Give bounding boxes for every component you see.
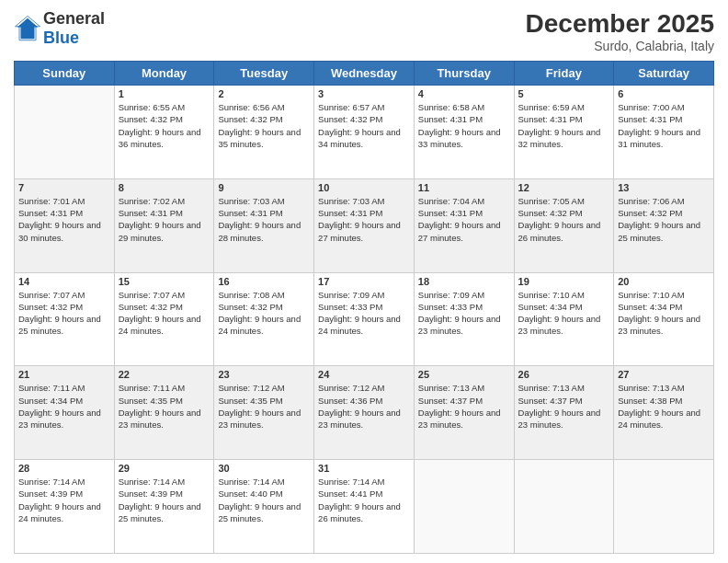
table-row: 21Sunrise: 7:11 AMSunset: 4:34 PMDayligh…	[15, 366, 115, 460]
day-info: Sunrise: 7:12 AMSunset: 4:35 PMDaylight:…	[218, 382, 310, 431]
day-number: 9	[218, 182, 310, 193]
day-number: 8	[119, 182, 210, 193]
table-row: 31Sunrise: 7:14 AMSunset: 4:41 PMDayligh…	[314, 460, 415, 554]
day-info: Sunrise: 7:06 AMSunset: 4:32 PMDaylight:…	[618, 195, 710, 244]
day-number: 3	[318, 88, 410, 99]
table-row: 28Sunrise: 7:14 AMSunset: 4:39 PMDayligh…	[15, 460, 115, 554]
day-info: Sunrise: 7:03 AMSunset: 4:31 PMDaylight:…	[218, 195, 310, 244]
table-row: 14Sunrise: 7:07 AMSunset: 4:32 PMDayligh…	[15, 272, 115, 366]
logo-blue-text: Blue	[43, 29, 79, 47]
table-row: 10Sunrise: 7:03 AMSunset: 4:31 PMDayligh…	[314, 178, 415, 272]
day-number: 14	[18, 276, 110, 287]
day-number: 15	[119, 276, 210, 287]
col-monday: Monday	[114, 62, 214, 86]
day-number: 29	[119, 463, 210, 474]
table-row: 12Sunrise: 7:05 AMSunset: 4:32 PMDayligh…	[514, 178, 614, 272]
table-row: 1Sunrise: 6:55 AMSunset: 4:32 PMDaylight…	[114, 86, 214, 179]
day-number: 5	[518, 88, 610, 99]
day-info: Sunrise: 7:10 AMSunset: 4:34 PMDaylight:…	[518, 289, 610, 338]
table-row: 29Sunrise: 7:14 AMSunset: 4:39 PMDayligh…	[114, 460, 214, 554]
table-row: 5Sunrise: 6:59 AMSunset: 4:31 PMDaylight…	[514, 86, 614, 179]
day-info: Sunrise: 7:13 AMSunset: 4:37 PMDaylight:…	[518, 382, 610, 431]
day-number: 2	[218, 88, 310, 99]
day-number: 25	[418, 369, 510, 380]
day-number: 10	[318, 182, 410, 193]
table-row: 6Sunrise: 7:00 AMSunset: 4:31 PMDaylight…	[614, 86, 714, 179]
page: General Blue December 2025 Surdo, Calabr…	[0, 0, 728, 563]
logo-icon	[14, 15, 41, 42]
logo-general-text: General	[43, 9, 105, 28]
day-number: 24	[318, 369, 410, 380]
day-info: Sunrise: 7:03 AMSunset: 4:31 PMDaylight:…	[318, 195, 410, 244]
table-row: 8Sunrise: 7:02 AMSunset: 4:31 PMDaylight…	[114, 178, 214, 272]
day-info: Sunrise: 7:09 AMSunset: 4:33 PMDaylight:…	[418, 289, 510, 338]
day-number: 26	[518, 369, 610, 380]
table-row: 19Sunrise: 7:10 AMSunset: 4:34 PMDayligh…	[514, 272, 614, 366]
day-number: 20	[618, 276, 710, 287]
table-row: 20Sunrise: 7:10 AMSunset: 4:34 PMDayligh…	[614, 272, 714, 366]
month-title: December 2025	[526, 9, 714, 39]
day-number: 11	[418, 182, 510, 193]
day-info: Sunrise: 6:59 AMSunset: 4:31 PMDaylight:…	[518, 101, 610, 150]
table-row: 23Sunrise: 7:12 AMSunset: 4:35 PMDayligh…	[214, 366, 314, 460]
table-row: 27Sunrise: 7:13 AMSunset: 4:38 PMDayligh…	[614, 366, 714, 460]
day-number: 17	[318, 276, 410, 287]
table-row: 22Sunrise: 7:11 AMSunset: 4:35 PMDayligh…	[114, 366, 214, 460]
day-info: Sunrise: 7:00 AMSunset: 4:31 PMDaylight:…	[618, 101, 710, 150]
day-info: Sunrise: 7:11 AMSunset: 4:34 PMDaylight:…	[18, 382, 110, 431]
table-row: 26Sunrise: 7:13 AMSunset: 4:37 PMDayligh…	[514, 366, 614, 460]
subtitle: Surdo, Calabria, Italy	[526, 39, 714, 53]
col-saturday: Saturday	[614, 62, 714, 86]
day-number: 4	[418, 88, 510, 99]
day-number: 30	[218, 463, 310, 474]
day-info: Sunrise: 7:14 AMSunset: 4:39 PMDaylight:…	[18, 476, 110, 524]
col-friday: Friday	[514, 62, 614, 86]
day-number: 18	[418, 276, 510, 287]
day-info: Sunrise: 6:57 AMSunset: 4:32 PMDaylight:…	[318, 101, 410, 150]
table-row	[614, 460, 714, 554]
day-info: Sunrise: 7:12 AMSunset: 4:36 PMDaylight:…	[318, 382, 410, 431]
day-info: Sunrise: 7:11 AMSunset: 4:35 PMDaylight:…	[119, 382, 210, 431]
day-info: Sunrise: 7:05 AMSunset: 4:32 PMDaylight:…	[518, 195, 610, 244]
table-row: 2Sunrise: 6:56 AMSunset: 4:32 PMDaylight…	[214, 86, 314, 179]
calendar-week-row: 7Sunrise: 7:01 AMSunset: 4:31 PMDaylight…	[15, 178, 714, 272]
svg-marker-0	[17, 18, 39, 40]
col-sunday: Sunday	[15, 62, 115, 86]
table-row: 16Sunrise: 7:08 AMSunset: 4:32 PMDayligh…	[214, 272, 314, 366]
day-number: 19	[518, 276, 610, 287]
day-info: Sunrise: 7:14 AMSunset: 4:39 PMDaylight:…	[119, 476, 210, 524]
day-number: 21	[18, 369, 110, 380]
day-number: 12	[518, 182, 610, 193]
day-info: Sunrise: 7:07 AMSunset: 4:32 PMDaylight:…	[18, 289, 110, 338]
header-row: Sunday Monday Tuesday Wednesday Thursday…	[15, 62, 714, 86]
table-row: 18Sunrise: 7:09 AMSunset: 4:33 PMDayligh…	[414, 272, 514, 366]
day-info: Sunrise: 7:01 AMSunset: 4:31 PMDaylight:…	[18, 195, 110, 244]
table-row: 11Sunrise: 7:04 AMSunset: 4:31 PMDayligh…	[414, 178, 514, 272]
col-tuesday: Tuesday	[214, 62, 314, 86]
day-number: 6	[618, 88, 710, 99]
table-row	[514, 460, 614, 554]
table-row: 30Sunrise: 7:14 AMSunset: 4:40 PMDayligh…	[214, 460, 314, 554]
day-info: Sunrise: 6:58 AMSunset: 4:31 PMDaylight:…	[418, 101, 510, 150]
table-row: 7Sunrise: 7:01 AMSunset: 4:31 PMDaylight…	[15, 178, 115, 272]
table-row: 17Sunrise: 7:09 AMSunset: 4:33 PMDayligh…	[314, 272, 415, 366]
table-row	[414, 460, 514, 554]
table-row: 15Sunrise: 7:07 AMSunset: 4:32 PMDayligh…	[114, 272, 214, 366]
day-info: Sunrise: 7:14 AMSunset: 4:41 PMDaylight:…	[318, 476, 410, 524]
table-row: 4Sunrise: 6:58 AMSunset: 4:31 PMDaylight…	[414, 86, 514, 179]
day-info: Sunrise: 6:56 AMSunset: 4:32 PMDaylight:…	[218, 101, 310, 150]
calendar-week-row: 1Sunrise: 6:55 AMSunset: 4:32 PMDaylight…	[15, 86, 714, 179]
day-number: 1	[119, 88, 210, 99]
day-number: 27	[618, 369, 710, 380]
day-info: Sunrise: 7:10 AMSunset: 4:34 PMDaylight:…	[618, 289, 710, 338]
day-info: Sunrise: 7:04 AMSunset: 4:31 PMDaylight:…	[418, 195, 510, 244]
table-row: 24Sunrise: 7:12 AMSunset: 4:36 PMDayligh…	[314, 366, 415, 460]
day-info: Sunrise: 7:13 AMSunset: 4:37 PMDaylight:…	[418, 382, 510, 431]
table-row: 3Sunrise: 6:57 AMSunset: 4:32 PMDaylight…	[314, 86, 415, 179]
table-row: 13Sunrise: 7:06 AMSunset: 4:32 PMDayligh…	[614, 178, 714, 272]
col-thursday: Thursday	[414, 62, 514, 86]
day-number: 28	[18, 463, 110, 474]
logo: General Blue	[14, 9, 105, 48]
day-number: 31	[318, 463, 410, 474]
day-info: Sunrise: 7:07 AMSunset: 4:32 PMDaylight:…	[119, 289, 210, 338]
